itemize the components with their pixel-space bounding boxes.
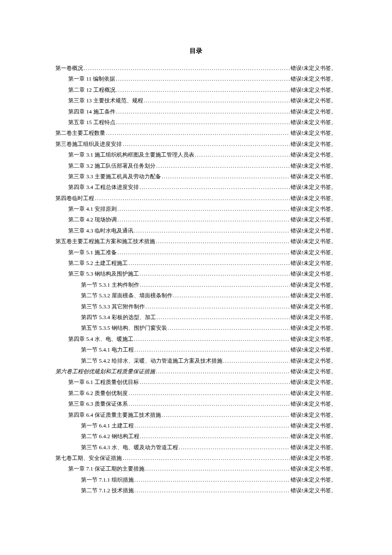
- toc-dot-leader: [116, 74, 290, 84]
- toc-page-ref: 错误!未定义书签。: [291, 323, 337, 333]
- toc-entry: 第一节 7.1.1 组织措施错误!未定义书签。: [55, 474, 337, 485]
- toc-entry-text: 第七卷工期、安全保证措施: [55, 453, 122, 463]
- toc-dot-leader: [162, 410, 290, 420]
- toc-dot-leader: [118, 204, 290, 214]
- toc-entry: 第五章 15 工程特点错误!未定义书签。: [55, 117, 337, 128]
- toc-dot-leader: [129, 399, 290, 409]
- toc-page-ref: 错误!未定义书签。: [291, 139, 337, 149]
- toc-dot-leader: [146, 302, 290, 312]
- toc-entry-text: 第四卷临时工程: [55, 193, 94, 203]
- toc-entry-text: 第二节 5.3.2 屋面檩条、墙面檩条制作: [81, 290, 173, 301]
- toc-entry: 第四章 6.4 保证质量主要施工技术措施错误!未定义书签。: [55, 410, 337, 420]
- toc-entry-text: 第四章 3.4 工程总体进度安排: [68, 182, 139, 192]
- toc-dot-leader: [144, 96, 290, 106]
- toc-page-ref: 错误!未定义书签。: [291, 334, 337, 344]
- toc-entry: 第一节 6.4.1 土建工程错误!未定义书签。: [55, 420, 337, 431]
- toc-page-ref: 错误!未定义书签。: [291, 377, 337, 387]
- toc-page-ref: 错误!未定义书签。: [291, 63, 337, 73]
- toc-entry: 第四章 5.4 水、电、暖施工错误!未定义书签。: [55, 334, 337, 344]
- toc-entry: 第二节 6.4.2 钢结构工程错误!未定义书签。: [55, 431, 337, 442]
- toc-dot-leader: [135, 475, 290, 485]
- toc-dot-leader: [157, 313, 290, 323]
- toc-page-ref: 错误!未定义书签。: [291, 203, 337, 214]
- toc-entry-text: 第三卷施工组织及进度安排: [55, 139, 122, 149]
- toc-entry-text: 第一章 11 编制依据: [68, 73, 115, 84]
- toc-entry-text: 第二章 12 工程概况: [68, 84, 115, 95]
- toc-entry: 第二节 5.3.2 屋面檩条、墙面檩条制作错误!未定义书签。: [55, 290, 337, 301]
- toc-page-ref: 错误!未定义书签。: [291, 301, 337, 312]
- toc-page-ref: 错误!未定义书签。: [291, 431, 337, 442]
- toc-page-ref: 错误!未定义书签。: [291, 258, 337, 268]
- toc-page-ref: 错误!未定义书签。: [291, 225, 337, 236]
- toc-dot-leader: [123, 139, 290, 149]
- toc-dot-leader: [116, 107, 290, 117]
- toc-entry: 第一章 6.1 工程质量创优目标错误!未定义书签。: [55, 377, 337, 387]
- toc-entry-text: 第三章 13 主要技术规范、规程: [68, 95, 143, 106]
- toc-entry-text: 第一节 5.4.1 电力工程: [81, 344, 134, 355]
- toc-entry-text: 第三节 5.3.3 其它附件制作: [81, 301, 145, 312]
- toc-entry-text: 第一节 7.1.1 组织措施: [81, 474, 134, 485]
- toc-entry-text: 第一章 3.1 施工组织机构框图及主要施工管理人员表: [68, 149, 194, 160]
- toc-dot-leader: [116, 85, 290, 95]
- toc-dot-leader: [95, 194, 290, 203]
- toc-dot-leader: [118, 215, 290, 225]
- toc-page-ref: 错误!未定义书签。: [291, 182, 337, 192]
- toc-dot-leader: [84, 64, 290, 73]
- toc-dot-leader: [106, 128, 290, 138]
- toc-dot-leader: [135, 345, 290, 355]
- toc-entry-text: 第四章 14 施工条件: [68, 106, 115, 117]
- toc-dot-leader: [123, 453, 290, 463]
- toc-entry: 第一节 5.4.1 电力工程错误!未定义书签。: [55, 344, 337, 355]
- toc-entry: 第三章 13 主要技术规范、规程错误!未定义书签。: [55, 95, 337, 106]
- toc-page-ref: 错误!未定义书签。: [291, 420, 337, 431]
- toc-entry-text: 第一章 7.1 保证工期的主要措施: [68, 463, 144, 474]
- toc-entry-text: 第一章 4.1 安排原则: [68, 203, 117, 214]
- toc-dot-leader: [179, 443, 290, 453]
- toc-entry: 第五节 5.3.5 钢结构、围护门窗安装错误!未定义书签。: [55, 323, 337, 333]
- toc-entry: 第二章 4.2 现场协调错误!未定义书签。: [55, 214, 337, 225]
- toc-entry-text: 第三章 6.3 质量保证体系: [68, 398, 128, 409]
- toc-dot-leader: [195, 150, 290, 160]
- toc-page-ref: 错误!未定义书签。: [291, 193, 337, 203]
- toc-dot-leader: [134, 226, 290, 236]
- toc-entry: 第五卷主要工程施工方案和施工技术措施错误!未定义书签。: [55, 236, 337, 247]
- toc-entry-text: 第五章 15 工程特点: [68, 117, 115, 128]
- toc-page-ref: 错误!未定义书签。: [291, 106, 337, 117]
- toc-entry: 第一章 3.1 施工组织机构框图及主要施工管理人员表错误!未定义书签。: [55, 149, 337, 160]
- toc-entry-text: 第四节 5.3.4 彩板的选型、加工: [81, 312, 156, 323]
- toc-entry-text: 第二节 5.4.2 给排水、采暖、动力管道施工方案及技术措施: [81, 355, 222, 366]
- toc-entry-text: 第一章 5.1 施工准备: [68, 247, 117, 258]
- toc-entry: 第三章 3.3 主要施工机具及劳动力配备错误!未定义书签。: [55, 171, 337, 182]
- toc-dot-leader: [140, 280, 290, 290]
- toc-dot-leader: [116, 118, 290, 128]
- toc-page-ref: 错误!未定义书签。: [291, 73, 337, 84]
- toc-dot-leader: [129, 389, 290, 398]
- toc-entry: 第二卷主要工程数量错误!未定义书签。: [55, 128, 337, 138]
- toc-entry-text: 第二卷主要工程数量: [55, 128, 105, 138]
- toc-dot-leader: [135, 421, 290, 431]
- toc-entry: 第三章 6.3 质量保证体系错误!未定义书签。: [55, 398, 337, 409]
- toc-entry: 第四节 5.3.4 彩板的选型、加工错误!未定义书签。: [55, 312, 337, 323]
- toc-entry: 第四章 14 施工条件错误!未定义书签。: [55, 106, 337, 117]
- toc-dot-leader: [140, 378, 290, 387]
- toc-page-ref: 错误!未定义书签。: [291, 279, 337, 290]
- toc-dot-leader: [173, 291, 290, 301]
- toc-entry: 第二节 5.4.2 给排水、采暖、动力管道施工方案及技术措施错误!未定义书签。: [55, 355, 337, 366]
- toc-page-ref: 错误!未定义书签。: [291, 398, 337, 409]
- toc-entry: 第二章 5.2 土建工程施工错误!未定义书签。: [55, 258, 337, 268]
- toc-entry: 第一章 5.1 施工准备错误!未定义书签。: [55, 247, 337, 258]
- toc-entry: 第二节 7.1.2 技术措施错误!未定义书签。: [55, 485, 337, 496]
- toc-page-ref: 错误!未定义书签。: [291, 485, 337, 496]
- toc-dot-leader: [168, 323, 290, 333]
- toc-dot-leader: [140, 432, 290, 442]
- toc-entry: 第六卷工程创优规划和工程质量保证措施错误!未定义书签。: [55, 366, 337, 377]
- toc-entry: 第一章 4.1 安排原则错误!未定义书签。: [55, 203, 337, 214]
- toc-page-ref: 错误!未定义书签。: [291, 95, 337, 106]
- toc-dot-leader: [156, 161, 290, 171]
- toc-page-ref: 错误!未定义书签。: [291, 463, 337, 474]
- toc-page-ref: 错误!未定义书签。: [291, 214, 337, 225]
- toc-page-ref: 错误!未定义书签。: [291, 160, 337, 171]
- toc-dot-leader: [223, 356, 290, 366]
- toc-entry-text: 第二章 4.2 现场协调: [68, 214, 117, 225]
- toc-page-ref: 错误!未定义书签。: [291, 117, 337, 128]
